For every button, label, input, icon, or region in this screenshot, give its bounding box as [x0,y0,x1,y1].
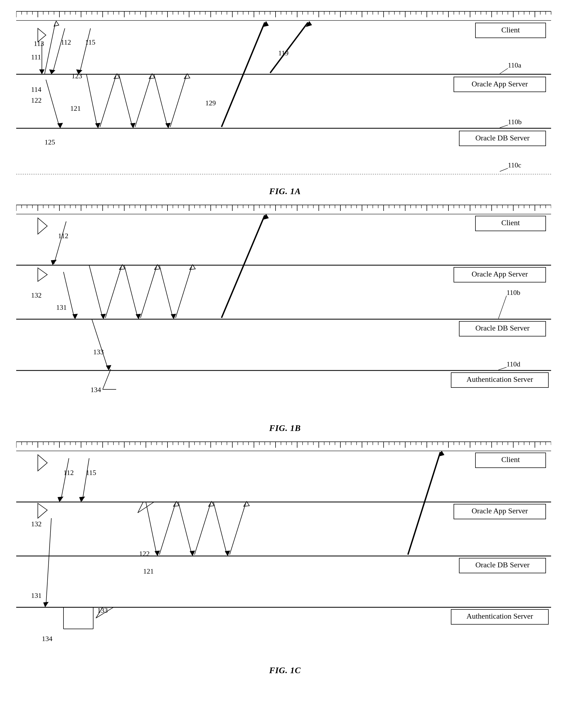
svg-text:112: 112 [61,38,71,46]
fig1b-diagram: Client Oracle App Server Oracle DB Serve… [16,214,551,419]
svg-text:121: 121 [143,567,154,575]
svg-line-285 [124,265,138,318]
svg-line-449 [408,452,440,555]
page-container: Client Oracle App Server Oracle DB Serve… [0,0,570,694]
svg-text:122: 122 [139,550,150,558]
fig1c-caption: FIG. 1C [16,665,554,675]
svg-text:133: 133 [97,607,108,614]
svg-marker-430 [155,551,160,556]
fig1c-svg: Client Oracle App Server Oracle DB Serve… [16,451,551,661]
svg-line-435 [195,503,211,555]
fig1b-section: Client Oracle App Server Oracle DB Serve… [16,205,554,433]
svg-marker-419 [79,496,85,502]
svg-line-273 [54,222,66,264]
fig1c-section: Client Oracle App Server Oracle DB Serve… [16,441,554,675]
svg-marker-276 [38,268,47,281]
svg-line-142 [270,22,308,73]
svg-line-418 [82,458,89,501]
svg-line-431 [160,503,176,555]
svg-text:Oracle DB Server: Oracle DB Server [476,324,530,332]
ruler-1b [16,205,554,214]
svg-text:119: 119 [278,49,289,57]
svg-text:Oracle App Server: Oracle App Server [472,270,528,278]
svg-text:113: 113 [34,40,44,47]
svg-text:Authentication Server: Authentication Server [467,375,533,383]
fig1c-diagram: Client Oracle App Server Oracle DB Serve… [16,451,551,661]
svg-line-132 [119,74,132,127]
svg-line-289 [160,265,173,318]
svg-marker-274 [51,260,57,265]
svg-marker-434 [190,551,195,556]
svg-line-134 [135,75,151,127]
svg-line-291 [176,266,192,318]
ruler-1c [16,441,554,451]
svg-line-116 [500,168,508,171]
svg-line-439 [230,503,246,555]
svg-line-423 [46,518,51,606]
svg-marker-421 [38,503,47,518]
svg-marker-127 [57,123,63,128]
svg-text:131: 131 [56,304,67,311]
svg-line-112 [500,68,508,74]
svg-marker-416 [57,496,63,502]
svg-text:121: 121 [70,104,81,112]
svg-text:123: 123 [72,72,82,80]
svg-text:Oracle DB Server: Oracle DB Server [476,561,530,569]
fig1b-caption: FIG. 1B [16,423,554,433]
svg-text:131: 131 [31,592,42,600]
svg-line-296 [103,369,111,389]
svg-marker-290 [171,314,176,319]
svg-marker-450 [438,451,445,457]
svg-text:133: 133 [93,348,104,356]
svg-line-433 [178,502,192,555]
svg-text:134: 134 [42,635,52,643]
svg-marker-286 [135,314,141,319]
svg-line-122 [80,28,90,73]
svg-line-124 [45,22,55,74]
svg-line-120 [53,28,65,73]
svg-line-126 [46,80,59,127]
svg-text:115: 115 [86,469,96,476]
svg-text:110b: 110b [508,118,522,126]
svg-marker-424 [43,602,49,607]
svg-marker-438 [225,551,230,556]
svg-text:129: 129 [205,99,216,107]
svg-line-130 [100,75,116,127]
svg-text:110d: 110d [507,360,520,368]
svg-line-114 [500,125,508,128]
svg-marker-121 [49,69,55,74]
fig1a-diagram: Client Oracle App Server Oracle DB Serve… [16,20,551,182]
svg-text:Client: Client [501,219,520,227]
svg-text:Client: Client [501,455,520,464]
svg-line-283 [105,266,121,318]
svg-line-271 [498,367,507,370]
svg-text:Client: Client [501,26,520,34]
fig1b-svg: Client Oracle App Server Oracle DB Serve… [16,214,551,419]
svg-line-293 [92,319,108,369]
fig1a-section: Client Oracle App Server Oracle DB Serve… [16,11,554,196]
svg-text:125: 125 [45,138,55,146]
svg-line-136 [154,74,168,127]
svg-line-128 [86,74,97,127]
svg-line-429 [146,502,157,555]
fig1a-svg: Client Oracle App Server Oracle DB Serve… [16,20,551,182]
svg-text:112: 112 [58,232,68,240]
svg-marker-272 [38,218,47,234]
svg-line-269 [498,296,507,319]
svg-line-437 [213,502,227,555]
svg-text:Oracle App Server: Oracle App Server [472,506,528,515]
svg-line-281 [89,265,103,318]
svg-text:134: 134 [90,386,101,394]
svg-text:Oracle DB Server: Oracle DB Server [476,134,530,142]
svg-text:Authentication Server: Authentication Server [467,612,533,620]
svg-line-415 [61,458,69,501]
svg-text:115: 115 [85,38,95,46]
svg-text:112: 112 [63,469,74,476]
svg-marker-282 [100,314,106,319]
svg-text:Oracle App Server: Oracle App Server [472,80,528,88]
svg-marker-137 [165,123,171,128]
svg-text:110c: 110c [508,161,521,169]
svg-marker-119 [39,69,45,74]
svg-text:122: 122 [31,96,42,104]
svg-marker-129 [95,123,100,128]
